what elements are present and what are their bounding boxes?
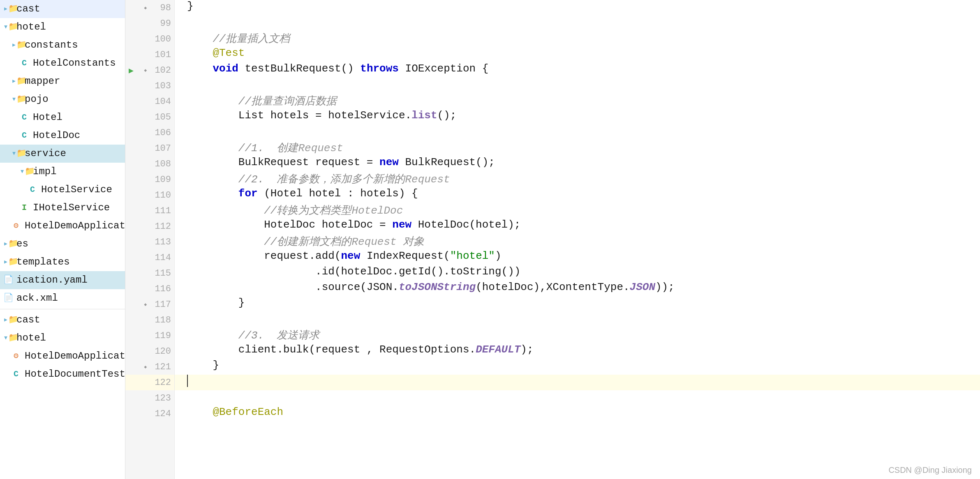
sidebar-item-mapper[interactable]: ▸📁 mapper — [0, 72, 125, 90]
line-number: 105 — [155, 112, 171, 122]
line-number: 123 — [155, 393, 171, 403]
folder-icon: ▸📁 — [3, 256, 12, 268]
sidebar-item-impl[interactable]: ▾📁 impl — [0, 163, 125, 181]
line-number: 107 — [155, 143, 171, 154]
token: } — [187, 297, 245, 309]
sidebar-label: cast — [16, 313, 40, 327]
file-icon: 📄 — [3, 274, 12, 286]
token: new — [379, 156, 399, 168]
sidebar-item-HotelDocumentTest[interactable]: C HotelDocumentTest — [0, 365, 125, 383]
sidebar-item-cast-top[interactable]: ▸📁 cast — [0, 0, 125, 18]
bookmark-icon[interactable]: ⬥ — [143, 67, 148, 74]
code-line-106 — [175, 125, 980, 140]
sidebar-item-hotel[interactable]: ▾📁 hotel — [0, 18, 125, 36]
code-line-120: client.bulk(request , RequestOptions.DEF… — [175, 343, 980, 359]
sidebar-item-hotel-bot[interactable]: ▾📁 hotel — [0, 329, 125, 347]
sidebar-item-HotelDemoApplication[interactable]: ⚙ HotelDemoApplication — [0, 217, 125, 235]
sidebar-item-HotelService[interactable]: C HotelService — [0, 181, 125, 199]
gutter-line-105: 105 — [125, 109, 174, 125]
run-icon[interactable]: ▶ — [129, 65, 134, 76]
sidebar-item-application-yaml[interactable]: 📄 ication.yaml — [0, 271, 125, 289]
sidebar: ▸📁 cast ▾📁 hotel ▸📁 constants C HotelCon… — [0, 0, 125, 479]
sidebar-item-constants[interactable]: ▸📁 constants — [0, 36, 125, 54]
cursor — [187, 375, 194, 387]
sidebar-label: IHotelService — [33, 200, 110, 215]
token: ); — [520, 343, 533, 356]
code-line-102: void testBulkRequest() throws IOExceptio… — [175, 62, 980, 78]
line-number: 113 — [155, 237, 171, 247]
code-editor[interactable]: } //批量插入文档 @Test void testBulkRequest() … — [175, 0, 980, 479]
token: Request — [298, 142, 343, 154]
sidebar-item-templates[interactable]: ▸📁 templates — [0, 253, 125, 271]
sidebar-label: HotelDemoApplication — [25, 219, 125, 233]
code-line-112: HotelDoc hotelDoc = new HotelDoc(hotel); — [175, 219, 980, 234]
folder-icon: ▾📁 — [3, 21, 12, 33]
sidebar-item-es-blank[interactable]: ▸📁 es — [0, 235, 125, 253]
token — [187, 187, 238, 200]
line-number: 118 — [155, 315, 171, 325]
sidebar-label: HotelDocumentTest — [25, 367, 125, 382]
token: (Hotel hotel : hotels) { — [258, 187, 418, 200]
code-line-103 — [175, 78, 980, 94]
sidebar-item-HotelConstants[interactable]: C HotelConstants — [0, 54, 125, 72]
line-number: 119 — [155, 331, 171, 341]
line-number: 100 — [155, 34, 171, 44]
token: HotelDoc hotelDoc = — [187, 219, 392, 231]
folder-icon: ▸📁 — [3, 314, 12, 326]
file-icon: 📄 — [3, 292, 12, 304]
token: testBulkRequest() — [238, 62, 360, 75]
line-number: 115 — [155, 268, 171, 279]
token: (hotelDoc),XContentType. — [476, 281, 629, 293]
gutter-line-104: 104 — [125, 94, 174, 109]
gutter-line-110: 110 — [125, 187, 174, 203]
sidebar-label: HotelService — [41, 182, 112, 197]
line-number: 103 — [155, 81, 171, 91]
token: Request — [351, 236, 396, 248]
sidebar-label: constants — [25, 38, 78, 53]
token: DEFAULT — [476, 343, 520, 356]
sidebar-item-cast-bot[interactable]: ▸📁 cast — [0, 311, 125, 329]
token: BulkRequest(); — [399, 156, 495, 168]
sidebar-label: impl — [33, 164, 57, 179]
sidebar-item-ack-xml[interactable]: 📄 ack.xml — [0, 289, 125, 307]
gutter-line-120: 120 — [125, 343, 174, 359]
sidebar-label: hotel — [16, 331, 46, 345]
app-icon: ⚙ — [12, 220, 21, 232]
token: ) — [495, 250, 502, 262]
code-line-123 — [175, 390, 980, 406]
code-line-113: //创建新增文档的Request 对象 — [175, 234, 980, 250]
line-number: 112 — [155, 221, 171, 232]
sidebar-item-Hotel[interactable]: C Hotel — [0, 108, 125, 127]
token: //创建新增文档的 — [187, 234, 351, 249]
sidebar-item-service[interactable]: ▾📁 service — [0, 145, 125, 163]
sidebar-label: ack.xml — [16, 291, 58, 306]
line-number: 116 — [155, 284, 171, 294]
bookmark-icon[interactable]: ⬥ — [143, 363, 148, 371]
sidebar-label: mapper — [25, 74, 60, 89]
bookmark-icon[interactable]: ⬥ — [143, 301, 148, 308]
sidebar-item-pojo[interactable]: ▾📁 pojo — [0, 90, 125, 108]
watermark: CSDN @Ding Jiaxiong — [888, 465, 972, 475]
token: )); — [655, 281, 675, 293]
line-number: 110 — [155, 190, 171, 200]
folder-icon: ▸📁 — [12, 75, 21, 88]
sidebar-item-IHotelService[interactable]: I IHotelService — [0, 199, 125, 217]
code-line-114: request.add(new IndexRequest("hotel") — [175, 250, 980, 265]
gutter-line-102: ▶⬥102 — [125, 62, 174, 78]
code-line-104: //批量查询酒店数据 — [175, 94, 980, 109]
sidebar-item-HotelDoc[interactable]: C HotelDoc — [0, 127, 125, 145]
gutter-line-123: 123 — [125, 390, 174, 406]
gutter-line-107: 107 — [125, 140, 174, 156]
sidebar-label: Hotel — [33, 110, 62, 125]
sidebar-item-HotelDemoApplicationTests[interactable]: ⚙ HotelDemoApplicationTests — [0, 347, 125, 365]
class-icon: C — [20, 111, 29, 124]
folder-icon: ▾📁 — [3, 332, 12, 344]
folder-icon: ▾📁 — [20, 166, 29, 178]
bookmark-icon[interactable]: ⬥ — [143, 4, 148, 12]
gutter-line-112: 112 — [125, 219, 174, 234]
line-number: 114 — [155, 253, 171, 263]
folder-icon: ▾📁 — [12, 147, 21, 160]
code-line-119: //3. 发送请求 — [175, 328, 980, 343]
gutter-line-118: 118 — [125, 312, 174, 328]
folder-icon: ▸📁 — [12, 39, 21, 51]
